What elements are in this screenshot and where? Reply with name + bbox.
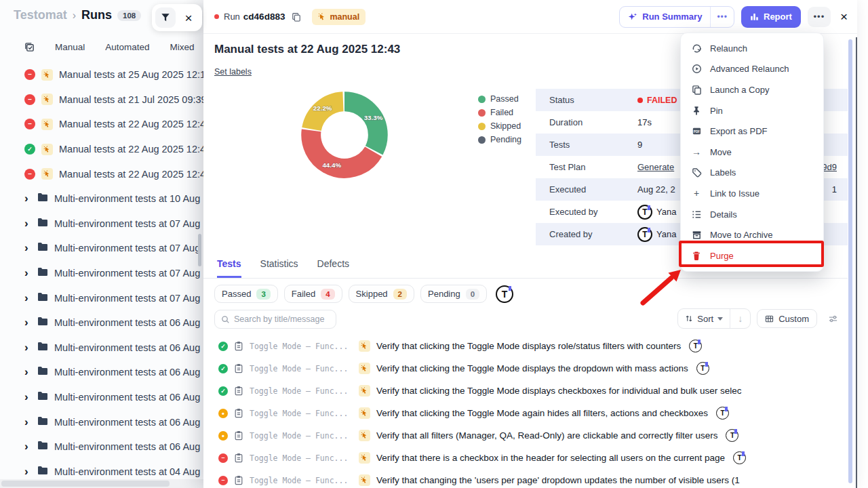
test-row[interactable]: Toggle Mode — Func... Verify that clicki… [203,402,848,424]
runs-count-badge: 108 [117,10,141,21]
chip-passed[interactable]: Passed3 [214,285,278,303]
assignee-avatar: T [696,362,709,375]
close-filter-button[interactable]: × [178,7,199,28]
manual-run-icon [41,168,53,180]
filter-button[interactable] [155,7,176,28]
menu-item-purge[interactable]: Purge [681,245,823,266]
assignee-filter-icon[interactable]: T [496,285,513,303]
menu-item-launch-copy[interactable]: Launch a Copy [681,79,823,100]
status-filter-chips: Passed3 Failed4 Skipped2 Pending0 T [214,285,513,303]
legend-item-skipped[interactable]: Skipped [478,121,521,131]
set-labels-link[interactable]: Set labels [214,67,252,77]
legend-item-failed[interactable]: Failed [478,108,521,117]
run-title: Multi-environment tests at 07 Aug [54,218,200,229]
menu-item-details[interactable]: Details [681,204,823,225]
test-row[interactable]: Toggle Mode — Func... Verify that clicki… [203,335,848,357]
search-box [214,310,336,329]
search-input[interactable] [234,314,326,324]
panel-scrollbar[interactable] [848,39,852,483]
chevron-down-icon [717,317,723,321]
menu-item-advanced-relaunch[interactable]: Advanced Relaunch [681,59,823,80]
run-list-item[interactable]: › Multi-environment tests at 06 Aug [0,409,203,434]
folder-icon [37,441,48,453]
tab-automated[interactable]: Automated [105,42,149,52]
more-actions-button[interactable]: ••• [808,7,831,27]
test-doc-icon [234,430,243,441]
run-title: Manual tests at 25 Aug 2025 12:1 [59,69,205,80]
menu-item-move-to-archive[interactable]: Move to Archive [681,224,823,245]
test-suite-label: Toggle Mode — Func... [250,453,353,463]
close-panel-button[interactable]: × [840,9,848,24]
copy-run-id-button[interactable] [292,12,301,22]
custom-label: Custom [778,314,809,324]
run-list-item[interactable]: › Multi-environment tests at 07 Aug [0,236,203,261]
run-list-item[interactable]: › Multi-environment tests at 06 Aug [0,385,203,410]
chip-pending[interactable]: Pending0 [420,285,487,303]
test-row[interactable]: Toggle Mode — Func... Verify that clicki… [203,357,848,380]
test-plan-link-end[interactable]: 9d9 [822,162,837,172]
menu-item-link-to-issue[interactable]: + Link to Issue [681,183,823,204]
run-list-item[interactable]: › Multi-environment tests at 06 Aug [0,310,203,336]
run-list-item[interactable]: › Multi-environment tests at 06 Aug [0,360,203,385]
folder-icon [37,466,48,478]
sort-button[interactable]: Sort [678,309,730,328]
legend-item-passed[interactable]: Passed [478,94,521,104]
run-title: Multi-environment tests at 07 Aug [54,293,200,304]
chip-failed[interactable]: Failed4 [284,285,342,303]
assignee-avatar: T [689,340,702,352]
manual-test-icon [359,474,370,486]
tab-defects[interactable]: Defects [317,258,349,278]
menu-item-move[interactable]: → Move [681,142,823,163]
sort-arrows-icon [685,314,693,323]
tab-mixed[interactable]: Mixed [170,42,195,52]
legend-item-pending[interactable]: Pending [478,135,521,144]
custom-columns-button[interactable]: Custom [757,309,817,328]
sidebar-horizontal-scrollbar[interactable] [0,479,203,488]
run-list-item[interactable]: › Manual tests at 21 Jul 2025 09:39 [0,87,203,113]
legend-dot [478,96,486,103]
test-row[interactable]: Toggle Mode — Func... Verify that clicki… [203,380,848,402]
run-list-item[interactable]: › Multi-environment tests at 10 Aug [0,186,203,211]
run-list-item[interactable]: › Manual tests at 22 Aug 2025 12:4 [0,161,203,186]
menu-item-relaunch[interactable]: Relaunch [681,38,823,59]
run-list-item[interactable]: › Multi-environment tests at 06 Aug [0,336,203,361]
play-circle-icon [691,64,702,75]
test-row[interactable]: Toggle Mode — Func... Verify that all fi… [203,424,848,447]
plus-icon: + [691,188,702,199]
menu-item-labels[interactable]: Labels [681,163,823,184]
run-status-icon [24,169,35,180]
run-list-item[interactable]: › Multi-environment tests at 06 Aug [0,434,203,460]
test-plan-link[interactable]: Generate [637,162,674,172]
menu-item-export-pdf[interactable]: PDF Export as PDF [681,121,823,142]
pin-icon [691,105,702,116]
test-title: Verify that there is a checkbox in the h… [376,453,725,463]
run-list-item[interactable]: › Multi-environment tests at 07 Aug [0,261,203,286]
chip-skipped[interactable]: Skipped2 [349,285,414,303]
run-list-item[interactable]: › Manual tests at 22 Aug 2025 12:4 [0,112,203,137]
run-summary-more-button[interactable]: ••• [710,7,734,27]
menu-item-pin[interactable]: Pin [681,100,823,121]
run-list-item[interactable]: › Multi-environment tests at 07 Aug [0,211,203,237]
run-list-item[interactable]: › Manual tests at 25 Aug 2025 12:1 [0,62,203,87]
status-value: FAILED [647,96,677,105]
test-row[interactable]: Toggle Mode — Func... Verify that changi… [203,469,848,488]
run-list-item[interactable]: › Manual tests at 22 Aug 2025 12:4 [0,137,203,162]
test-row[interactable]: Toggle Mode — Func... Verify that there … [203,447,848,469]
run-detail-header: Run cd46d883 manual Run Summary ••• [203,0,857,34]
tab-manual[interactable]: Manual [55,42,85,52]
sidebar-vertical-scrollbar[interactable] [198,234,201,266]
batch-select-icon[interactable] [24,42,35,52]
test-suite-label: Toggle Mode — Func... [250,364,353,373]
manual-test-icon [359,407,370,419]
run-summary-label: Run Summary [642,12,702,22]
tab-tests[interactable]: Tests [217,258,241,278]
breadcrumb: Testomat › Runs 108 [14,8,141,22]
report-button[interactable]: Report [741,6,801,28]
view-settings-button[interactable] [823,309,842,328]
run-list-item[interactable]: › Multi-environment tests at 07 Aug [0,285,203,310]
scrollbar-thumb[interactable] [1,481,170,487]
run-summary-button[interactable]: Run Summary [620,7,710,27]
sort-group: Sort ↓ [677,308,751,329]
tab-statistics[interactable]: Statistics [260,258,298,278]
sort-direction-button[interactable]: ↓ [730,309,750,328]
